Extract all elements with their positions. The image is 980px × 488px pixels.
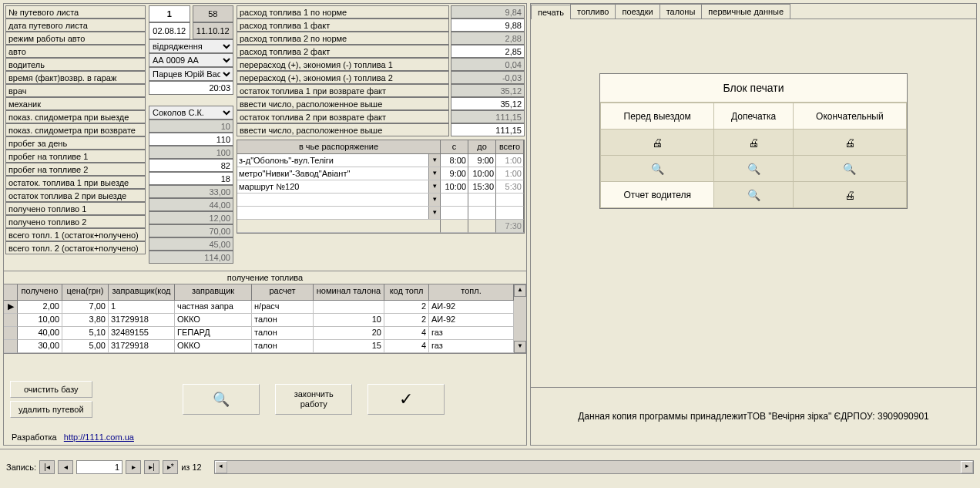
disp-row-to[interactable]: 10:00 [468,167,496,180]
preview-before-button[interactable]: 🔍 [601,156,714,182]
tab-поездки[interactable]: поездки [615,4,659,19]
disp-row-name[interactable]: метро"Нивки"-Завод"Авіант"▾ [237,167,441,180]
row-selector[interactable] [4,314,18,327]
cell-fname[interactable]: ОККО [175,314,252,327]
fuel-l0: расход топлива 1 по норме [237,5,449,19]
cell-fcode[interactable]: 31729918 [109,314,175,327]
disp-row-from[interactable]: 8:00 [441,154,468,167]
fuel-v9[interactable]: 111,15 [451,123,525,136]
fueltable-scroll-up-icon[interactable]: ▲ [514,284,526,297]
disp-row-name[interactable]: ▾ [237,207,441,220]
chevron-down-icon[interactable]: ▾ [428,180,440,193]
disp-row-from[interactable] [441,207,468,220]
cell-fname[interactable]: ОККО [175,340,252,353]
cell-tcode[interactable]: 2 [384,314,429,327]
chevron-down-icon[interactable]: ▾ [428,194,440,206]
waybill-num-a[interactable]: 1 [149,5,190,22]
preview-final-button[interactable]: 🔍 [793,156,906,182]
credits-link[interactable]: http://1111.com.ua [64,432,134,442]
finish-button[interactable]: закончить работу [275,384,352,415]
cell-got[interactable]: 10,00 [18,314,62,327]
cell-price[interactable]: 5,10 [62,327,109,340]
cell-price[interactable]: 3,80 [62,314,109,327]
disp-row-name[interactable]: маршрут №120▾ [237,180,441,194]
driver-select[interactable]: Парцев Юрій Васи. [149,67,233,81]
cell-nominal[interactable]: 20 [314,327,384,340]
fueltable-scroll-down-icon[interactable]: ▼ [514,341,526,353]
cell-nominal[interactable]: 15 [314,340,384,353]
spd-in-val[interactable]: 110 [149,133,233,146]
disp-row-from[interactable] [441,194,468,207]
cell-tname[interactable]: АИ-92 [429,301,514,314]
cell-tname[interactable]: АИ-92 [429,314,514,327]
disp-row-to[interactable]: 9:00 [468,154,496,167]
driver-report-print-button[interactable]: 🖨 [793,182,906,208]
chevron-down-icon[interactable]: ▾ [428,154,440,167]
print-final-button[interactable]: 🖨 [793,130,906,156]
cell-fcode[interactable]: 32489155 [109,327,175,340]
cell-fcode[interactable]: 31729918 [109,340,175,353]
cell-tcode[interactable]: 2 [384,301,429,314]
cell-price[interactable]: 5,00 [62,340,109,353]
cell-nominal[interactable]: 10 [314,314,384,327]
disp-row-name[interactable]: з-д"Оболонь"-вул.Теліги▾ [237,154,441,167]
cell-calc[interactable]: н/расч [252,301,314,314]
disp-row-to[interactable]: 15:30 [468,180,496,194]
cell-calc[interactable]: талон [252,314,314,327]
run-fuel1-val[interactable]: 82 [149,159,233,172]
find-button[interactable]: 🔍 [183,384,260,415]
run-fuel2-val[interactable]: 18 [149,172,233,185]
driver-report-preview-button[interactable]: 🔍 [714,182,793,208]
cell-calc[interactable]: талон [252,340,314,353]
cell-tcode[interactable]: 4 [384,327,429,340]
print-before-button[interactable]: 🖨 [601,130,714,156]
preview-add-button[interactable]: 🔍 [714,156,793,182]
mode-select[interactable]: відрядження [149,39,233,53]
cell-fname[interactable]: ГЕПАРД [175,327,252,340]
tab-печать[interactable]: печать [531,5,571,19]
hscroll-left-icon[interactable]: ◂ [215,461,227,473]
tab-первичные данные[interactable]: первичные данные [701,4,790,19]
fuel-v7[interactable]: 35,12 [451,97,525,110]
cell-tname[interactable]: газ [429,327,514,340]
disp-row-to[interactable] [468,207,496,220]
disp-row-name[interactable]: ▾ [237,194,441,207]
disp-row-to[interactable] [468,194,496,207]
date-from[interactable]: 02.08.12 [149,22,190,39]
cell-fname[interactable]: частная запра [175,301,252,314]
cell-tcode[interactable]: 4 [384,340,429,353]
cell-got[interactable]: 2,00 [18,301,62,314]
clear-db-button[interactable]: очистить базу [10,381,92,398]
tab-топливо[interactable]: топливо [570,4,616,19]
nav-next-button[interactable]: ▸ [126,460,141,474]
fuel-v3[interactable]: 2,85 [451,45,525,58]
delete-waybill-button[interactable]: удалить путевой [10,401,92,418]
cell-calc[interactable]: талон [252,327,314,340]
row-selector[interactable] [4,340,18,353]
disp-row-from[interactable]: 10:00 [441,180,468,194]
cell-got[interactable]: 40,00 [18,327,62,340]
return-time-val[interactable]: 20:03 [149,81,233,95]
nav-last-button[interactable]: ▸| [144,460,159,474]
cell-fcode[interactable]: 1 [109,301,175,314]
mechanic-select[interactable]: Соколов С.К. [149,106,233,119]
chevron-down-icon[interactable]: ▾ [428,207,440,219]
row-selector[interactable]: ▶ [4,301,18,314]
record-number-input[interactable]: 1 [76,460,123,474]
nav-prev-button[interactable]: ◂ [58,460,73,474]
confirm-button[interactable]: ✓ [368,384,445,415]
nav-new-button[interactable]: ▸* [163,460,178,474]
tab-талоны[interactable]: талоны [659,4,703,19]
row-selector[interactable] [4,327,18,340]
chevron-down-icon[interactable]: ▾ [428,167,440,180]
cell-got[interactable]: 30,00 [18,340,62,353]
fuel-v1[interactable]: 9,88 [451,19,525,32]
disp-row-from[interactable]: 9:00 [441,167,468,180]
nav-first-button[interactable]: |◂ [39,460,55,474]
cell-price[interactable]: 7,00 [62,301,109,314]
print-add-button[interactable]: 🖨 [714,130,793,156]
auto-select[interactable]: АА 0009 АА [149,53,233,67]
hscroll-right-icon[interactable]: ▸ [961,461,973,473]
cell-tname[interactable]: газ [429,340,514,353]
cell-nominal[interactable] [314,301,384,314]
